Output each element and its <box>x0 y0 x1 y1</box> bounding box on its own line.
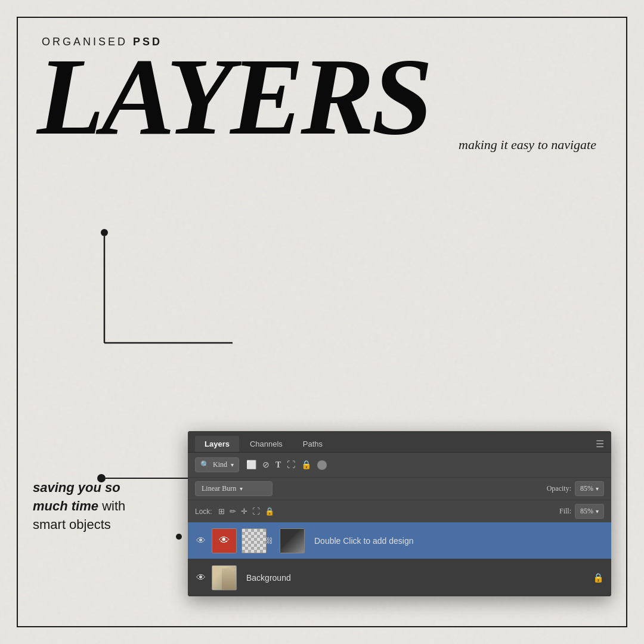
tab-layers[interactable]: Layers <box>195 436 239 452</box>
caption-bold-1: saving you so <box>33 480 120 495</box>
canvas: ORGANISED PSD LAYERS making it easy to n… <box>0 0 644 644</box>
opacity-section: Opacity: 85% ▾ <box>547 481 604 496</box>
adjustment-filter-icon[interactable]: ⊘ <box>262 460 270 470</box>
caption-line3: smart objects <box>33 517 111 532</box>
layer-smart-object[interactable]: 👁 👁 Double Click to add design <box>188 522 611 559</box>
blend-mode-dropdown[interactable]: Linear Burn ▾ <box>195 481 273 496</box>
lock-grid-icon[interactable]: ⊞ <box>218 507 225 516</box>
filter-toolbar: 🔍 Kind ▾ ⬜ ⊘ T ⛶ 🔒 <box>188 453 611 477</box>
kind-dropdown[interactable]: 🔍 Kind ▾ <box>195 457 239 472</box>
lock-label: Lock: <box>195 507 212 516</box>
layers-list: 👁 👁 Double Click to add design 👁 Backgro… <box>188 522 611 596</box>
photoshop-panel: Layers Channels Paths ☰ 🔍 Kind ▾ ⬜ ⊘ T ⛶… <box>188 431 611 596</box>
layer-visibility-eye-2[interactable]: 👁 <box>195 572 207 583</box>
tab-paths[interactable]: Paths <box>293 436 332 452</box>
image-filter-icon[interactable]: ⬜ <box>246 460 256 470</box>
caption-bold-2: much time <box>33 499 98 513</box>
filter-icons: ⬜ ⊘ T ⛶ 🔒 <box>246 460 327 470</box>
layer-thumb-black <box>280 528 305 553</box>
opacity-value: 85% <box>580 484 593 493</box>
layer-visibility-eye-1[interactable]: 👁 <box>195 535 207 546</box>
lock-row: Lock: ⊞ ✏ ✛ ⛶ 🔒 Fill: 85% ▾ <box>188 500 611 522</box>
header-section: ORGANISED PSD LAYERS making it easy to n… <box>42 36 602 153</box>
blend-mode-row: Linear Burn ▾ Opacity: 85% ▾ <box>188 477 611 500</box>
opacity-input[interactable]: 85% ▾ <box>575 481 604 496</box>
fill-input[interactable]: 85% ▾ <box>575 504 604 519</box>
shape-filter-icon[interactable]: ⛶ <box>287 460 295 470</box>
red-eye-icon: 👁 <box>219 534 230 547</box>
chevron-down-icon: ▾ <box>231 462 234 468</box>
opacity-chevron-icon: ▾ <box>596 485 599 492</box>
fill-section: Fill: 85% ▾ <box>559 504 604 519</box>
layer-lock-icon: 🔒 <box>593 572 604 583</box>
caption-normal-2: with <box>98 499 125 513</box>
layer-1-label: Double Click to add design <box>314 536 414 546</box>
lock-all-icon[interactable]: 🔒 <box>265 507 274 516</box>
lock-brush-icon[interactable]: ✏ <box>230 507 236 516</box>
lock-move-icon[interactable]: ✛ <box>241 507 247 516</box>
panel-tabs: Layers Channels Paths ☰ <box>188 431 611 453</box>
layer-thumb-red: 👁 <box>212 528 237 553</box>
lower-section: saving you so much time with smart objec… <box>0 431 644 596</box>
layer-thumb-photo <box>212 565 237 590</box>
layer-thumb-checker <box>242 528 267 553</box>
lock-icons: ⊞ ✏ ✛ ⛶ 🔒 <box>218 507 274 516</box>
opacity-label: Opacity: <box>547 484 571 493</box>
layer-2-label: Background <box>246 573 291 583</box>
lock-artboard-icon[interactable]: ⛶ <box>252 507 260 516</box>
blend-chevron-icon: ▾ <box>240 485 243 492</box>
search-icon: 🔍 <box>200 460 209 469</box>
svg-point-0 <box>101 229 108 236</box>
main-content: ORGANISED PSD LAYERS making it easy to n… <box>0 0 644 194</box>
toggle-icon[interactable] <box>317 460 327 470</box>
tab-channels[interactable]: Channels <box>240 436 292 452</box>
layers-title: LAYERS <box>37 49 602 143</box>
text-filter-icon[interactable]: T <box>275 460 281 470</box>
fill-value: 85% <box>580 507 593 516</box>
layer-background[interactable]: 👁 Background 🔒 <box>188 559 611 596</box>
fill-chevron-icon: ▾ <box>596 508 599 515</box>
smart-filter-icon[interactable]: 🔒 <box>301 460 311 470</box>
kind-label: Kind <box>213 460 227 469</box>
fill-label: Fill: <box>559 507 571 516</box>
panel-menu-icon[interactable]: ☰ <box>596 438 604 450</box>
blend-mode-value: Linear Burn <box>202 484 236 493</box>
left-caption: saving you so much time with smart objec… <box>33 431 170 534</box>
bullet-dot <box>176 534 182 540</box>
